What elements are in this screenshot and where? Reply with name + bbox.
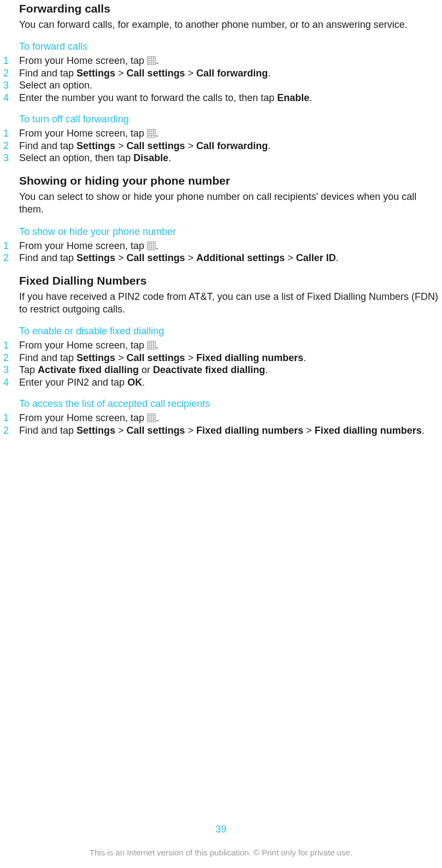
step-text: From your Home screen, tap . bbox=[19, 127, 442, 140]
apps-grid-icon bbox=[147, 414, 156, 422]
subheading-enable-fdn: To enable or disable fixed dialling bbox=[19, 326, 442, 337]
list-item: 2 Find and tap Settings > Call settings … bbox=[0, 67, 442, 80]
list-item: 4 Enter the number you want to forward t… bbox=[0, 92, 442, 104]
list-item: 2 Find and tap Settings > Call settings … bbox=[0, 252, 442, 264]
step-number: 1 bbox=[0, 240, 19, 252]
step-number: 2 bbox=[0, 424, 19, 437]
step-number: 4 bbox=[0, 376, 19, 389]
section-heading-forwarding: Forwarding calls bbox=[19, 2, 442, 15]
step-number: 3 bbox=[0, 152, 19, 164]
apps-grid-icon bbox=[147, 341, 156, 350]
section-intro-showhide: You can select to show or hide your phon… bbox=[19, 191, 442, 216]
steps-forward-calls: 1 From your Home screen, tap . 2 Find an… bbox=[0, 55, 442, 104]
step-number: 1 bbox=[0, 412, 19, 424]
steps-turn-off: 1 From your Home screen, tap . 2 Find an… bbox=[0, 127, 442, 164]
list-item: 1 From your Home screen, tap . bbox=[0, 412, 442, 424]
step-text: Find and tap Settings > Call settings > … bbox=[19, 67, 442, 80]
list-item: 2 Find and tap Settings > Call settings … bbox=[0, 140, 442, 152]
subheading-turn-off: To turn off call forwarding bbox=[19, 114, 442, 125]
step-text: Tap Activate fixed dialling or Deactivat… bbox=[19, 364, 442, 376]
step-text: From your Home screen, tap . bbox=[19, 55, 442, 67]
subheading-show-hide: To show or hide your phone number bbox=[19, 226, 442, 238]
step-text: Select an option, then tap Disable. bbox=[19, 152, 442, 164]
list-item: 2 Find and tap Settings > Call settings … bbox=[0, 352, 442, 364]
step-number: 2 bbox=[0, 352, 19, 364]
step-number: 1 bbox=[0, 339, 19, 352]
step-number: 1 bbox=[0, 127, 19, 140]
step-text: From your Home screen, tap . bbox=[19, 339, 442, 352]
section-intro-fdn: If you have received a PIN2 code from AT… bbox=[19, 291, 442, 316]
step-text: Enter the number you want to forward the… bbox=[19, 92, 442, 104]
step-text: Find and tap Settings > Call settings > … bbox=[19, 352, 442, 364]
steps-show-hide: 1 From your Home screen, tap . 2 Find an… bbox=[0, 240, 442, 264]
step-number: 2 bbox=[0, 252, 19, 264]
section-heading-fdn: Fixed Dialling Numbers bbox=[19, 274, 442, 287]
section-intro-forwarding: You can forward calls, for example, to a… bbox=[19, 19, 442, 31]
step-number: 1 bbox=[0, 55, 19, 67]
step-text: Enter your PIN2 and tap OK. bbox=[19, 376, 442, 389]
step-text: From your Home screen, tap . bbox=[19, 240, 442, 252]
list-item: 2 Find and tap Settings > Call settings … bbox=[0, 424, 442, 437]
list-item: 3 Select an option. bbox=[0, 79, 442, 92]
step-number: 2 bbox=[0, 140, 19, 152]
step-number: 2 bbox=[0, 67, 19, 80]
list-item: 4 Enter your PIN2 and tap OK. bbox=[0, 376, 442, 389]
apps-grid-icon bbox=[147, 241, 156, 250]
list-item: 1 From your Home screen, tap . bbox=[0, 55, 442, 67]
list-item: 3 Tap Activate fixed dialling or Deactiv… bbox=[0, 364, 442, 376]
list-item: 1 From your Home screen, tap . bbox=[0, 240, 442, 252]
footer-text: This is an Internet version of this publ… bbox=[0, 848, 442, 857]
step-number: 3 bbox=[0, 364, 19, 376]
steps-access-fdn: 1 From your Home screen, tap . 2 Find an… bbox=[0, 412, 442, 436]
list-item: 1 From your Home screen, tap . bbox=[0, 339, 442, 352]
page-content: Forwarding calls You can forward calls, … bbox=[0, 2, 442, 436]
step-text: Find and tap Settings > Call settings > … bbox=[19, 140, 442, 152]
step-number: 3 bbox=[0, 79, 19, 92]
page-number: 39 bbox=[0, 824, 442, 835]
step-text: Find and tap Settings > Call settings > … bbox=[19, 252, 442, 264]
apps-grid-icon bbox=[147, 129, 156, 138]
step-text: Select an option. bbox=[19, 79, 442, 92]
subheading-forward-calls: To forward calls bbox=[19, 41, 442, 52]
list-item: 1 From your Home screen, tap . bbox=[0, 127, 442, 140]
steps-enable-fdn: 1 From your Home screen, tap . 2 Find an… bbox=[0, 339, 442, 388]
section-heading-showhide: Showing or hiding your phone number bbox=[19, 174, 442, 187]
step-text: Find and tap Settings > Call settings > … bbox=[19, 424, 442, 437]
step-number: 4 bbox=[0, 92, 19, 104]
subheading-access-fdn: To access the list of accepted call reci… bbox=[19, 398, 442, 410]
apps-grid-icon bbox=[147, 56, 156, 65]
step-text: From your Home screen, tap . bbox=[19, 412, 442, 424]
list-item: 3 Select an option, then tap Disable. bbox=[0, 152, 442, 164]
